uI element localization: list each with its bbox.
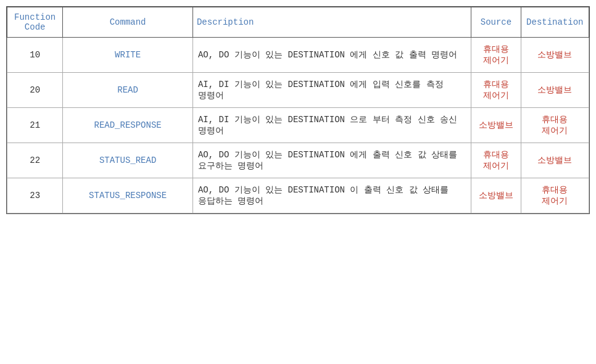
table-row: 10WRITEAO, DO 기능이 있는 DESTINATION 에게 신호 값… [7, 38, 589, 73]
cell-description: AO, DO 기능이 있는 DESTINATION 에게 출력 신호 값 상태를… [192, 143, 471, 178]
cell-destination: 소방밸브 [521, 143, 589, 178]
cell-description: AO, DO 기능이 있는 DESTINATION 이 출력 신호 값 상태를 … [192, 178, 471, 213]
main-table-wrapper: FunctionCode Command Description Source … [6, 6, 590, 214]
cell-command: READ_RESPONSE [63, 108, 193, 143]
cell-destination: 휴대용제어기 [521, 108, 589, 143]
table-row: 20READAI, DI 기능이 있는 DESTINATION 에게 입력 신호… [7, 73, 589, 108]
header-command: Command [63, 7, 193, 38]
cell-source: 소방밸브 [471, 108, 521, 143]
cell-description: AO, DO 기능이 있는 DESTINATION 에게 신호 값 출력 명령어 [192, 38, 471, 73]
cell-command: STATUS_RESPONSE [63, 178, 193, 213]
cell-source: 휴대용제어기 [471, 38, 521, 73]
header-description: Description [192, 7, 471, 38]
cell-function-code: 23 [7, 178, 63, 213]
table-row: 22STATUS_READAO, DO 기능이 있는 DESTINATION 에… [7, 143, 589, 178]
table-body: 10WRITEAO, DO 기능이 있는 DESTINATION 에게 신호 값… [7, 38, 589, 213]
table-row: 21READ_RESPONSEAI, DI 기능이 있는 DESTINATION… [7, 108, 589, 143]
cell-description: AI, DI 기능이 있는 DESTINATION 에게 입력 신호를 측정 명… [192, 73, 471, 108]
cell-function-code: 20 [7, 73, 63, 108]
cell-function-code: 10 [7, 38, 63, 73]
cell-function-code: 21 [7, 108, 63, 143]
command-table: FunctionCode Command Description Source … [7, 7, 589, 213]
cell-source: 소방밸브 [471, 178, 521, 213]
cell-destination: 소방밸브 [521, 38, 589, 73]
cell-command: STATUS_READ [63, 143, 193, 178]
header-source: Source [471, 7, 521, 38]
cell-function-code: 22 [7, 143, 63, 178]
cell-command: READ [63, 73, 193, 108]
header-destination: Destination [521, 7, 589, 38]
cell-source: 휴대용제어기 [471, 73, 521, 108]
cell-destination: 휴대용제어기 [521, 178, 589, 213]
cell-command: WRITE [63, 38, 193, 73]
cell-source: 휴대용제어기 [471, 143, 521, 178]
cell-destination: 소방밸브 [521, 73, 589, 108]
table-row: 23STATUS_RESPONSEAO, DO 기능이 있는 DESTINATI… [7, 178, 589, 213]
cell-description: AI, DI 기능이 있는 DESTINATION 으로 부터 측정 신호 송신… [192, 108, 471, 143]
header-function-code: FunctionCode [7, 7, 63, 38]
header-row: FunctionCode Command Description Source … [7, 7, 589, 38]
